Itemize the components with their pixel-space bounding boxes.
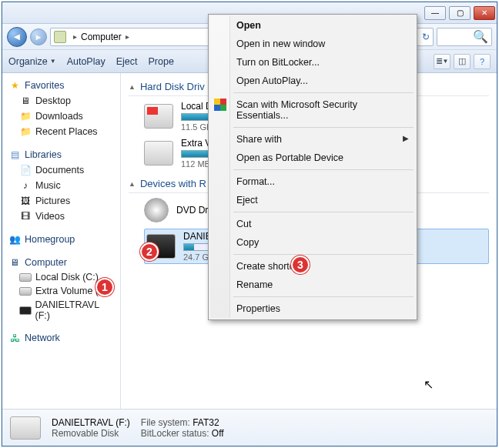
network-header[interactable]: 🖧Network (4, 330, 119, 346)
annotation-2: 2 (140, 242, 159, 261)
libraries-icon: ▤ (8, 149, 21, 161)
ctx-copy[interactable]: Copy (210, 233, 415, 252)
disk-icon (19, 306, 32, 315)
drive-label: DVD Dri (176, 205, 210, 216)
network-icon: 🖧 (8, 332, 21, 344)
ctx-eject[interactable]: Eject (210, 191, 415, 209)
sidebar-item-videos[interactable]: 🎞Videos (4, 209, 119, 224)
selected-drive-type: Removable Disk (52, 428, 130, 439)
context-menu: Open Open in new window Turn on BitLocke… (208, 14, 417, 320)
preview-pane-button[interactable]: ◫ (454, 54, 471, 69)
document-icon: 📄 (19, 164, 32, 176)
forward-button[interactable]: ► (30, 28, 47, 45)
drive-icon (144, 141, 173, 165)
computer-icon (54, 31, 66, 43)
ctx-create-shortcut[interactable]: Create shortcut (210, 257, 415, 276)
ctx-portable-device[interactable]: Open as Portable Device (210, 149, 415, 167)
ctx-properties[interactable]: Properties (210, 299, 415, 318)
organize-menu[interactable]: Organize▼ (8, 56, 56, 67)
ctx-open[interactable]: Open (210, 16, 415, 35)
chevron-right-icon[interactable]: ▸ (122, 32, 133, 41)
sidebar-item-computer[interactable]: 🖥Computer (4, 255, 119, 270)
sidebar-item-downloads[interactable]: 📁Downloads (4, 109, 119, 124)
help-button[interactable]: ? (474, 54, 491, 69)
ctx-share-with[interactable]: Share with▶ (210, 130, 415, 149)
sidebar-item-danieltravl-f[interactable]: DANIELTRAVL (F:) (4, 298, 119, 323)
ctx-autoplay[interactable]: Open AutoPlay... (210, 72, 415, 90)
disk-icon (19, 273, 32, 282)
close-button[interactable]: ✕ (474, 6, 495, 20)
ctx-rename[interactable]: Rename (210, 276, 415, 294)
ctx-cut[interactable]: Cut (210, 215, 415, 233)
bitlocker-label: BitLocker status: (141, 428, 209, 439)
sidebar-item-music[interactable]: ♪Music (4, 178, 119, 193)
drive-icon (10, 416, 41, 440)
disk-icon (19, 287, 32, 296)
filesystem-label: File system: (141, 417, 190, 428)
search-icon: 🔍 (473, 29, 488, 44)
ctx-format[interactable]: Format... (210, 172, 415, 191)
filesystem-value: FAT32 (193, 417, 219, 428)
details-pane: DANIELTRAVL (F:) Removable Disk File sys… (2, 409, 497, 446)
ctx-bitlocker[interactable]: Turn on BitLocker... (210, 53, 415, 72)
cursor-icon: ↖ (424, 377, 434, 392)
maximize-button[interactable]: ▢ (449, 6, 471, 20)
sidebar-item-desktop[interactable]: 🖥Desktop (4, 93, 119, 109)
refresh-icon[interactable]: ↻ (422, 32, 430, 42)
ctx-scan-mse[interactable]: Scan with Microsoft Security Essentials.… (210, 95, 415, 125)
pictures-icon: 🖼 (19, 195, 32, 207)
submenu-arrow-icon: ▶ (403, 134, 409, 142)
folder-icon: 📁 (19, 110, 32, 122)
dvd-icon (144, 198, 169, 222)
music-icon: ♪ (19, 179, 32, 192)
bitlocker-value: Off (212, 428, 224, 439)
drive-icon (144, 104, 173, 129)
sidebar-item-recent[interactable]: 📁Recent Places (4, 124, 119, 139)
folder-icon: 📁 (19, 125, 32, 138)
shield-icon (214, 99, 226, 111)
eject-button[interactable]: Eject (116, 56, 138, 67)
libraries-header[interactable]: ▤Libraries (4, 147, 119, 162)
collapse-icon: ▲ (129, 83, 136, 91)
sidebar-item-pictures[interactable]: 🖼Pictures (4, 193, 119, 209)
computer-icon: 🖥 (8, 256, 21, 269)
desktop-icon: 🖥 (19, 95, 32, 107)
sidebar-item-documents[interactable]: 📄Documents (4, 162, 119, 178)
annotation-1: 1 (95, 278, 114, 296)
view-options-button[interactable]: ≣▼ (434, 54, 450, 69)
videos-icon: 🎞 (19, 210, 32, 222)
ctx-open-new-window[interactable]: Open in new window (210, 35, 415, 53)
favorites-header[interactable]: ★Favorites (4, 78, 119, 93)
homegroup-header[interactable]: 👥Homegroup (4, 232, 119, 247)
homegroup-icon: 👥 (8, 233, 21, 246)
collapse-icon: ▲ (129, 180, 136, 188)
back-button[interactable]: ◄ (7, 27, 27, 47)
autoplay-button[interactable]: AutoPlay (67, 56, 105, 67)
navigation-pane: ★Favorites 🖥Desktop 📁Downloads 📁Recent P… (2, 73, 121, 409)
breadcrumb-computer[interactable]: Computer (81, 32, 122, 42)
annotation-3: 3 (291, 256, 310, 274)
chevron-right-icon[interactable]: ▸ (69, 32, 81, 41)
search-input[interactable]: 🔍 (437, 28, 492, 46)
minimize-button[interactable]: — (424, 6, 446, 20)
star-icon: ★ (8, 79, 21, 92)
properties-button-truncated[interactable]: Prope (148, 56, 173, 67)
selected-drive-name: DANIELTRAVL (F:) (52, 417, 130, 428)
